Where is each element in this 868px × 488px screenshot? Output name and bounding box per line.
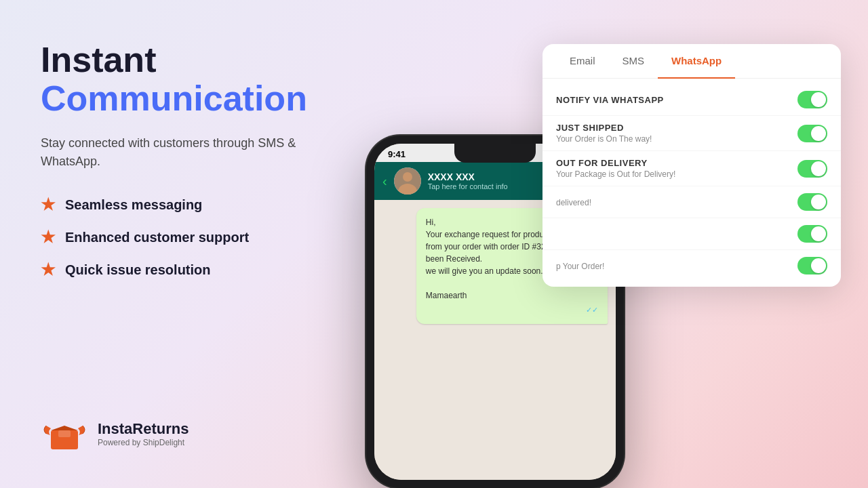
logo-area: InstaReturns Powered by ShipDelight: [41, 413, 189, 454]
feature-label-1: Seamless messaging: [65, 197, 202, 213]
setting-row6-sublabel: p Your Order!: [556, 262, 604, 271]
star-icon-2: ★: [41, 228, 56, 247]
logo-icon: [41, 413, 88, 454]
toggle-delivery[interactable]: [797, 160, 827, 178]
setting-delivered-sublabel: delivered!: [556, 198, 591, 207]
tab-sms[interactable]: SMS: [609, 44, 658, 79]
toggle-5[interactable]: [797, 225, 827, 243]
setting-row-delivered-label-area: delivered!: [556, 197, 591, 207]
toggle-6[interactable]: [797, 257, 827, 274]
star-icon-3: ★: [41, 260, 56, 279]
subtitle: Stay connected with customers through SM…: [41, 134, 312, 171]
setting-shipped-sublabel: Your Order is On The way!: [556, 134, 652, 144]
tabs-row: Email SMS WhatsApp: [542, 44, 841, 79]
settings-content: NOTIFY VIA WHATSAPP Just Shipped Your Or…: [542, 79, 841, 287]
feature-item-1: ★ Seamless messaging: [41, 195, 380, 214]
feature-item-2: ★ Enhanced customer support: [41, 228, 380, 247]
headline-line2: Communication: [41, 79, 380, 118]
setting-row-shipped: Just Shipped Your Order is On The way!: [542, 116, 841, 151]
feature-item-3: ★ Quick issue resolution: [41, 260, 380, 279]
setting-row-6-label-area: p Your Order!: [556, 260, 604, 271]
back-arrow-icon[interactable]: ‹: [382, 174, 387, 189]
toggle-delivered[interactable]: [797, 193, 827, 211]
setting-row-notify: NOTIFY VIA WHATSAPP: [542, 84, 841, 116]
setting-row-delivery: Out for Delivery Your Package is Out for…: [542, 151, 841, 186]
feature-label-2: Enhanced customer support: [65, 230, 249, 245]
feature-label-3: Quick issue resolution: [65, 262, 211, 278]
tab-whatsapp[interactable]: WhatsApp: [658, 44, 735, 79]
logo-text: InstaReturns Powered by ShipDelight: [98, 420, 189, 447]
star-icon-1: ★: [41, 195, 56, 214]
svg-point-3: [403, 172, 412, 182]
logo-name: InstaReturns: [98, 420, 189, 438]
setting-delivery-sublabel: Your Package is Out for Delivery!: [556, 169, 675, 179]
setting-shipped-label: Just Shipped: [556, 123, 652, 133]
setting-row-notify-label-area: NOTIFY VIA WHATSAPP: [556, 95, 664, 105]
feature-list: ★ Seamless messaging ★ Enhanced customer…: [41, 195, 380, 279]
svg-rect-1: [58, 430, 71, 437]
setting-row-delivery-label-area: Out for Delivery Your Package is Out for…: [556, 158, 675, 179]
setting-row-delivered: delivered!: [542, 186, 841, 218]
contact-avatar: [394, 167, 421, 195]
settings-panel: Email SMS WhatsApp NOTIFY VIA WHATSAPP J…: [542, 44, 841, 287]
setting-row-5: [542, 218, 841, 250]
status-time: 9:41: [388, 149, 406, 159]
toggle-notify[interactable]: [797, 91, 827, 108]
setting-delivery-label: Out for Delivery: [556, 158, 675, 168]
setting-row-6: p Your Order!: [542, 250, 841, 281]
headline-line1: Instant: [41, 41, 380, 79]
logo-powered: Powered by ShipDelight: [98, 438, 189, 447]
setting-row-shipped-label-area: Just Shipped Your Order is On The way!: [556, 123, 652, 144]
tab-email[interactable]: Email: [556, 44, 609, 79]
phone-notch: [454, 144, 536, 163]
setting-notify-label: NOTIFY VIA WHATSAPP: [556, 95, 664, 105]
left-panel: Instant Communication Stay connected wit…: [41, 41, 380, 320]
message-tick: ✓✓: [426, 304, 598, 316]
toggle-shipped[interactable]: [797, 125, 827, 142]
